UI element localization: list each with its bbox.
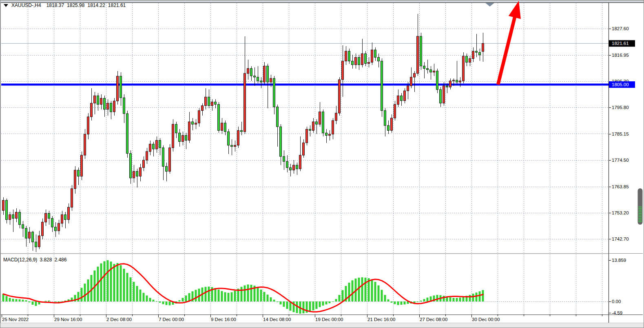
time-tick-label: 27 Dec 08:00 [420, 317, 447, 322]
macd-bar [208, 287, 210, 301]
macd-bar [456, 298, 458, 301]
macd-bar [394, 301, 396, 304]
macd-bar [378, 286, 380, 301]
macd-bar [361, 277, 363, 301]
vertical-scrollbar-thumb[interactable] [638, 188, 643, 225]
macd-bar [436, 295, 438, 301]
low-value: 1814.22 [87, 2, 105, 8]
macd-bar [476, 292, 478, 301]
macd-bar [159, 301, 161, 303]
price-tick-label: 1827.60 [612, 26, 629, 31]
macd-bar [166, 301, 168, 305]
macd-bar [87, 279, 89, 301]
price-tick-label: 1774.50 [612, 158, 629, 163]
macd-bar [472, 294, 474, 301]
current-price-badge-text: 1821.61 [612, 41, 629, 46]
macd-bar [417, 301, 419, 302]
macd-bar [228, 293, 230, 301]
time-tick-label: 21 Dec 16:00 [367, 317, 395, 322]
macd-bar [312, 301, 314, 310]
macd-bar [100, 263, 102, 301]
macd-bar [296, 301, 298, 313]
current-price-badge[interactable]: 1821.61 [609, 40, 635, 47]
collapse-triangle-icon[interactable] [3, 4, 9, 7]
macd-bar [234, 291, 236, 301]
time-tick-label: 7 Dec 00:00 [159, 317, 184, 322]
macd-bar [401, 301, 403, 305]
macd-bar [459, 298, 461, 301]
macd-bar [260, 290, 262, 301]
macd-bar [195, 290, 197, 301]
macd-bar [482, 290, 484, 301]
level-price-badge[interactable]: 1805.00 [609, 81, 635, 88]
candle [126, 111, 128, 158]
macd-bar [32, 301, 34, 305]
macd-bar [463, 297, 465, 301]
macd-bar [479, 291, 481, 301]
candle [322, 109, 324, 137]
macd-bar [123, 269, 125, 301]
candle [169, 144, 171, 174]
macd-bar [267, 295, 269, 301]
macd-bar [9, 298, 11, 301]
macd-bar [48, 301, 50, 301]
macd-bar [136, 286, 138, 301]
macd-bar [384, 295, 386, 301]
macd-bar [270, 297, 272, 301]
macd-bar [427, 298, 429, 301]
candle [71, 185, 73, 211]
price-tick-label: 1785.15 [612, 132, 629, 136]
macd-bar [139, 290, 142, 301]
trading-chart-window: 1827.601816.951806.301795.801785.151774.… [0, 0, 644, 328]
time-tick-label: 9 Dec 16:00 [211, 317, 236, 322]
macd-bar [286, 301, 288, 309]
macd-bar [339, 295, 341, 301]
macd-bar [322, 301, 324, 306]
macd-bar [120, 265, 122, 301]
macd-bar [381, 290, 383, 301]
close-value: 1821.61 [108, 2, 126, 8]
chart-canvas[interactable]: 1827.601816.951806.301795.801785.151774.… [0, 0, 644, 328]
time-tick-label: 19 Dec 00:00 [315, 317, 343, 322]
macd-bar [153, 300, 155, 301]
macd-bar [325, 301, 328, 304]
macd-bar [352, 280, 354, 301]
candle [436, 69, 438, 94]
macd-bar [215, 288, 217, 301]
price-tick-label: 1763.85 [612, 184, 629, 189]
macd-bar [35, 301, 37, 306]
macd-bar [2, 294, 4, 301]
macd-bar [205, 287, 207, 301]
macd-bar [25, 300, 27, 301]
macd-bar [257, 288, 259, 301]
price-tick-label: 1816.95 [612, 53, 629, 58]
macd-bar [374, 282, 376, 301]
macd-bar [110, 261, 112, 301]
indicator-name: MACD(12,26,9) [3, 257, 37, 263]
macd-bar [277, 301, 279, 302]
macd-bar [247, 284, 249, 301]
macd-bar [469, 295, 471, 301]
macd-bar [113, 264, 115, 301]
macd-bar [443, 296, 445, 301]
macd-bar [218, 290, 220, 301]
macd-bar [221, 291, 223, 301]
macd-bar [453, 298, 455, 301]
symbol-timeframe-label: XAUUSD-,H4 [11, 2, 41, 8]
macd-bar [19, 299, 21, 301]
macd-bar [45, 301, 47, 301]
macd-bar [316, 301, 318, 309]
macd-bar [387, 299, 389, 301]
macd-bar [348, 283, 350, 301]
macd-bar [81, 288, 83, 301]
macd-bar [22, 300, 24, 301]
high-value: 1825.98 [67, 2, 84, 8]
macd-bar [342, 290, 344, 301]
candle [463, 52, 465, 83]
macd-bar [420, 301, 422, 301]
indicator-macd-value: 3.828 [40, 257, 52, 263]
price-tick-label: 1742.70 [612, 237, 629, 241]
time-tick-label: 14 Dec 08:00 [263, 317, 291, 322]
indicator-label: MACD(12,26,9) 3.828 2.486 [3, 257, 66, 263]
macd-bar [280, 301, 282, 304]
